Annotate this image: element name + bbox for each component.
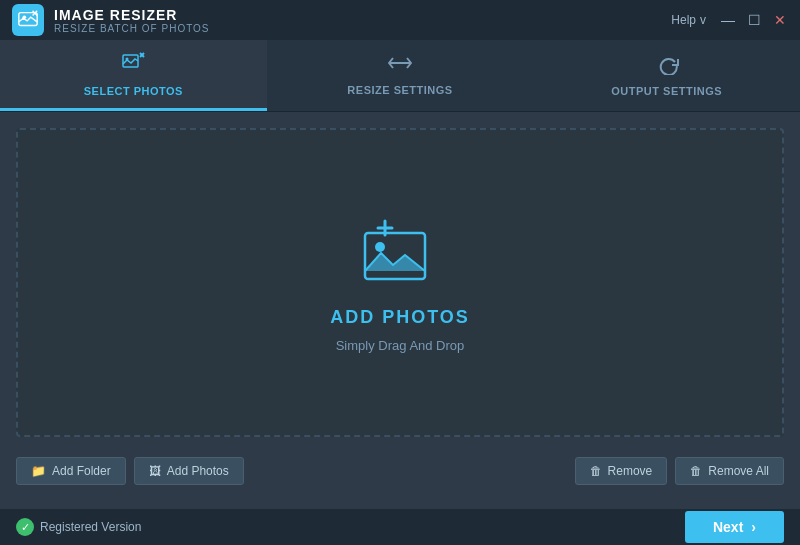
title-text: IMAGE RESIZER RESIZE BATCH OF PHOTOS xyxy=(54,7,210,34)
tab-select-photos-label: SELECT PHOTOS xyxy=(84,85,183,97)
tab-resize-settings-label: RESIZE SETTINGS xyxy=(347,84,452,96)
output-settings-icon xyxy=(655,51,679,80)
left-buttons: 📁 Add Folder 🖼 Add Photos xyxy=(16,457,244,485)
tab-output-settings-label: OUTPUT SETTINGS xyxy=(611,85,722,97)
photo-add-icon: 🖼 xyxy=(149,464,161,478)
next-arrow-icon: › xyxy=(751,519,756,535)
app-icon xyxy=(12,4,44,36)
title-bar-right: Help v — ☐ ✕ xyxy=(671,12,788,28)
maximize-button[interactable]: ☐ xyxy=(746,12,762,28)
help-button[interactable]: Help v xyxy=(671,13,706,27)
status-bar: ✓ Registered Version Next › xyxy=(0,509,800,545)
next-button[interactable]: Next › xyxy=(685,511,784,543)
steps-bar: SELECT PHOTOS RESIZE SETTINGS OUTPUT SET… xyxy=(0,40,800,112)
app-title: IMAGE RESIZER xyxy=(54,7,210,23)
bottom-toolbar: 📁 Add Folder 🖼 Add Photos 🗑 Remove 🗑 Rem… xyxy=(16,449,784,493)
tab-output-settings[interactable]: OUTPUT SETTINGS xyxy=(533,40,800,111)
svg-point-12 xyxy=(375,242,385,252)
add-folder-button[interactable]: 📁 Add Folder xyxy=(16,457,126,485)
drag-drop-hint: Simply Drag And Drop xyxy=(336,338,465,353)
add-photos-button[interactable]: 🖼 Add Photos xyxy=(134,457,244,485)
add-photos-icon xyxy=(355,213,445,297)
remove-button[interactable]: 🗑 Remove xyxy=(575,457,668,485)
add-photos-label: ADD PHOTOS xyxy=(330,307,470,328)
registered-label: Registered Version xyxy=(40,520,141,534)
main-content: ADD PHOTOS Simply Drag And Drop 📁 Add Fo… xyxy=(0,112,800,509)
resize-settings-icon xyxy=(388,52,412,79)
minimize-button[interactable]: — xyxy=(720,12,736,28)
title-bar: IMAGE RESIZER RESIZE BATCH OF PHOTOS Hel… xyxy=(0,0,800,40)
remove-icon: 🗑 xyxy=(590,464,602,478)
check-circle-icon: ✓ xyxy=(16,518,34,536)
remove-all-icon: 🗑 xyxy=(690,464,702,478)
tab-select-photos[interactable]: SELECT PHOTOS xyxy=(0,40,267,111)
remove-all-button[interactable]: 🗑 Remove All xyxy=(675,457,784,485)
close-button[interactable]: ✕ xyxy=(772,12,788,28)
drop-zone[interactable]: ADD PHOTOS Simply Drag And Drop xyxy=(16,128,784,437)
registered-badge: ✓ Registered Version xyxy=(16,518,141,536)
title-bar-left: IMAGE RESIZER RESIZE BATCH OF PHOTOS xyxy=(12,4,210,36)
select-photos-icon xyxy=(121,51,145,80)
folder-icon: 📁 xyxy=(31,464,46,478)
window-controls: — ☐ ✕ xyxy=(720,12,788,28)
tab-resize-settings[interactable]: RESIZE SETTINGS xyxy=(267,40,534,111)
app-subtitle: RESIZE BATCH OF PHOTOS xyxy=(54,23,210,34)
svg-rect-11 xyxy=(365,233,425,279)
right-buttons: 🗑 Remove 🗑 Remove All xyxy=(575,457,784,485)
